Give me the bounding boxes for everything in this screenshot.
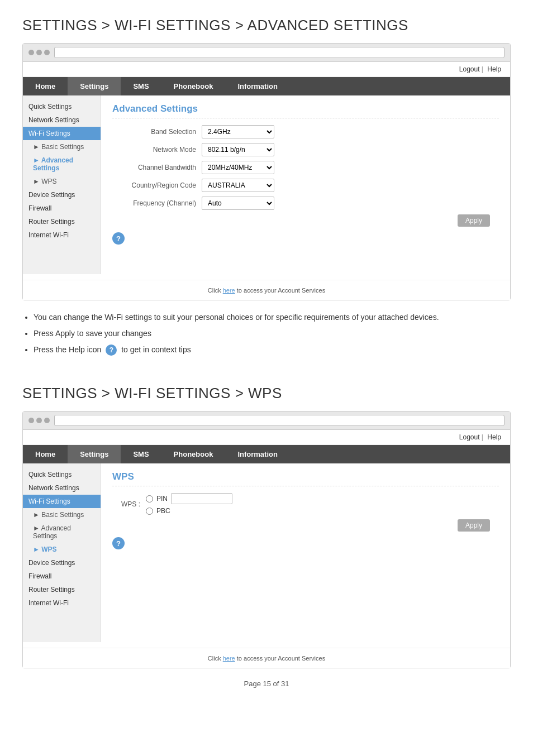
content-title-1: Advanced Settings (112, 103, 499, 118)
select-band[interactable]: 2.4GHz 5GHz (202, 125, 274, 138)
sidebar2-network-settings[interactable]: Network Settings (23, 481, 101, 495)
help-icon-1[interactable]: ? (112, 232, 125, 245)
sidebar-wps-1[interactable]: ► WPS (23, 175, 101, 188)
browser-dot-2-3 (44, 418, 50, 423)
nav-sms-1[interactable]: SMS (121, 77, 161, 95)
radio-pin-row: PIN (146, 493, 232, 504)
bullets-section: You can change the Wi-Fi settings to sui… (22, 312, 511, 356)
nav-home-1[interactable]: Home (23, 77, 68, 95)
sidebar-router-settings-1[interactable]: Router Settings (23, 215, 101, 228)
nav-information-2[interactable]: Information (225, 445, 290, 463)
page-container: SETTINGS > WI-FI SETTINGS > ADVANCED SET… (0, 0, 533, 756)
select-frequency[interactable]: Auto (202, 197, 274, 210)
browser-window-1: Logout | Help Home Settings SMS Phoneboo… (22, 43, 511, 300)
router-ui-2: Logout | Help Home Settings SMS Phoneboo… (23, 430, 510, 668)
apply-button-2[interactable]: Apply (458, 519, 490, 532)
sidebar2-quick-settings[interactable]: Quick Settings (23, 468, 101, 481)
router-body-1: Quick Settings Network Settings Wi-Fi Se… (23, 95, 510, 274)
browser-toolbar-2 (23, 412, 510, 430)
radio-pin[interactable] (146, 495, 153, 503)
bullet-3-suffix: to get in context tips (121, 345, 191, 354)
page-number: Page 15 of 31 (244, 680, 289, 688)
nav-home-2[interactable]: Home (23, 445, 68, 463)
nav-sms-2[interactable]: SMS (121, 445, 161, 463)
apply-row-1: Apply (112, 214, 499, 227)
sidebar-advanced-settings-1[interactable]: ► Advanced Settings (23, 154, 101, 175)
section1-title: SETTINGS > WI-FI SETTINGS > ADVANCED SET… (22, 17, 511, 34)
wps-form: WPS : PIN PBC (112, 493, 499, 515)
help-link-2[interactable]: Help (487, 433, 501, 441)
address-bar-2[interactable] (54, 415, 505, 426)
address-bar-1[interactable] (54, 47, 505, 58)
footer-here-1[interactable]: here (223, 287, 235, 294)
nav-phonebook-2[interactable]: Phonebook (161, 445, 226, 463)
sidebar-1: Quick Settings Network Settings Wi-Fi Se… (23, 95, 101, 274)
sidebar-network-settings-1[interactable]: Network Settings (23, 113, 101, 127)
router-body-2: Quick Settings Network Settings Wi-Fi Se… (23, 463, 510, 642)
sidebar-device-settings-1[interactable]: Device Settings (23, 188, 101, 202)
browser-dot-2 (36, 50, 42, 55)
sidebar-internet-wifi-1[interactable]: Internet Wi-Fi (23, 228, 101, 242)
sidebar-wifi-settings-1[interactable]: Wi-Fi Settings (23, 127, 101, 140)
browser-dot-1 (28, 50, 34, 55)
footer-here-2[interactable]: here (223, 655, 235, 662)
sidebar2-advanced-settings[interactable]: ► Advanced Settings (23, 521, 101, 543)
nav-information-1[interactable]: Information (225, 77, 290, 95)
inline-help-icon[interactable]: ? (106, 344, 117, 356)
browser-dot-2-1 (28, 418, 34, 423)
radio-pin-label: PIN (156, 495, 168, 503)
label-frequency: Frequency (Channel) (112, 199, 202, 207)
footer-link-1[interactable]: Click here to access your Account Servic… (208, 287, 325, 294)
bullet-1: You can change the Wi-Fi settings to sui… (34, 312, 511, 323)
sidebar2-wps[interactable]: ► WPS (23, 543, 101, 556)
sidebar2-internet-wifi[interactable]: Internet Wi-Fi (23, 596, 101, 610)
sep-2: | (482, 433, 483, 441)
sidebar-2: Quick Settings Network Settings Wi-Fi Se… (23, 463, 101, 642)
sidebar-quick-settings-1[interactable]: Quick Settings (23, 100, 101, 113)
select-bandwidth[interactable]: 20MHz/40MHz 20MHz (202, 161, 274, 174)
help-icon-2[interactable]: ? (112, 537, 125, 549)
select-country[interactable]: AUSTRALIA (202, 179, 274, 192)
label-network-mode: Network Mode (112, 146, 202, 154)
content-title-2: WPS (112, 471, 499, 486)
bullet-1-text: You can change the Wi-Fi settings to sui… (34, 313, 439, 322)
wps-row: WPS : PIN PBC (112, 493, 499, 515)
bullet-3: Press the Help icon ? to get in context … (34, 344, 511, 356)
logout-link-2[interactable]: Logout (459, 433, 480, 441)
label-country: Country/Region Code (112, 181, 202, 189)
browser-dot-3 (44, 50, 50, 55)
nav-bar-1: Home Settings SMS Phonebook Information (23, 77, 510, 95)
pin-input[interactable] (171, 493, 232, 504)
radio-pbc[interactable] (146, 508, 153, 515)
apply-row-2: Apply (112, 519, 499, 532)
radio-pbc-row: PBC (146, 507, 232, 515)
sidebar-firewall-1[interactable]: Firewall (23, 202, 101, 215)
apply-button-1[interactable]: Apply (458, 214, 490, 227)
browser-dots-2 (28, 418, 50, 423)
sidebar2-firewall[interactable]: Firewall (23, 570, 101, 583)
nav-phonebook-1[interactable]: Phonebook (161, 77, 226, 95)
nav-settings-2[interactable]: Settings (68, 445, 121, 463)
router-footer-2: Click here to access your Account Servic… (23, 648, 510, 668)
sidebar-basic-settings-1[interactable]: ► Basic Settings (23, 140, 101, 154)
sidebar2-router-settings[interactable]: Router Settings (23, 583, 101, 596)
footer-link-2[interactable]: Click here to access your Account Servic… (208, 655, 325, 662)
help-link-1[interactable]: Help (487, 65, 501, 73)
select-network-mode[interactable]: 802.11 b/g/n (202, 143, 274, 156)
form-row-country: Country/Region Code AUSTRALIA (112, 179, 499, 192)
sidebar2-device-settings[interactable]: Device Settings (23, 556, 101, 570)
section2-title: SETTINGS > WI-FI SETTINGS > WPS (22, 385, 511, 402)
sidebar2-wifi-settings[interactable]: Wi-Fi Settings (23, 495, 101, 508)
nav-settings-1[interactable]: Settings (68, 77, 121, 95)
browser-dot-2-2 (36, 418, 42, 423)
main-content-1: Advanced Settings Band Selection 2.4GHz … (101, 95, 510, 274)
radio-group: PIN PBC (146, 493, 232, 515)
sidebar2-basic-settings[interactable]: ► Basic Settings (23, 508, 101, 521)
router-topbar-2: Logout | Help (23, 430, 510, 445)
label-bandwidth: Channel Bandwidth (112, 164, 202, 171)
wps-label: WPS : (112, 500, 146, 508)
browser-toolbar-1 (23, 44, 510, 62)
logout-link-1[interactable]: Logout (459, 65, 480, 73)
browser-dots (28, 50, 50, 55)
browser-window-2: Logout | Help Home Settings SMS Phoneboo… (22, 411, 511, 668)
